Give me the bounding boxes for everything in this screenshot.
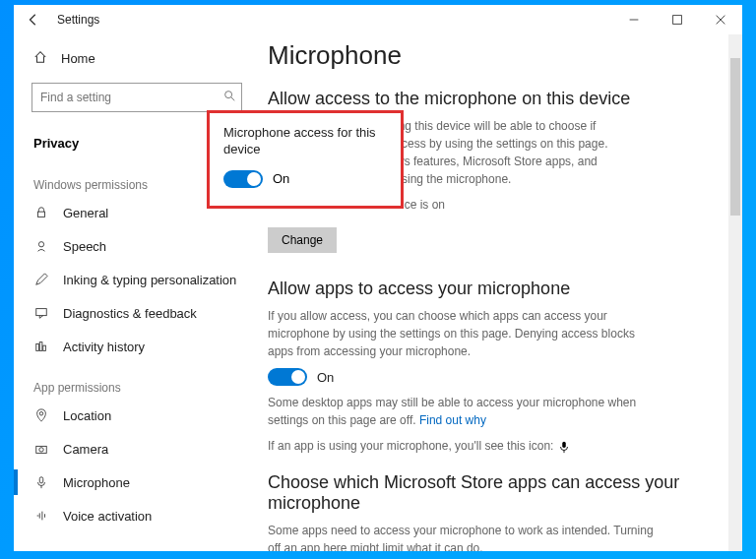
sidebar-item-diagnostics[interactable]: Diagnostics & feedback (14, 296, 260, 330)
window-title: Settings (57, 13, 99, 27)
sidebar-item-voice[interactable]: Voice activation (14, 499, 260, 532)
section-choose-apps: Choose which Microsoft Store apps can ac… (268, 472, 715, 514)
microphone-icon (33, 474, 49, 490)
lock-icon (33, 205, 49, 220)
sidebar-item-label: Activity history (63, 340, 145, 354)
sidebar-search (32, 83, 242, 112)
apps-toggle-label: On (317, 370, 334, 385)
svg-point-1 (225, 92, 232, 98)
apps-toggle-row: On (268, 368, 715, 386)
settings-window: Settings Home Privacy Windows permission… (14, 5, 742, 551)
minimize-button[interactable] (612, 5, 656, 34)
section-allow-apps: Allow apps to access your microphone (268, 279, 715, 299)
svg-rect-0 (673, 16, 682, 25)
callout-highlight: Microphone access for this device On (207, 110, 404, 209)
svg-rect-4 (36, 309, 47, 316)
sidebar-item-location[interactable]: Location (14, 399, 260, 432)
device-status: vice is on (396, 196, 715, 214)
section-allow-device: Allow access to the microphone on this d… (268, 89, 715, 109)
sidebar-item-label: Diagnostics & feedback (63, 306, 197, 321)
svg-rect-5 (36, 343, 39, 350)
close-button[interactable] (699, 5, 742, 34)
speech-icon (33, 238, 49, 254)
svg-point-3 (38, 242, 43, 247)
maximize-icon (670, 13, 684, 27)
sidebar-item-label: Location (63, 408, 111, 423)
sidebar-home-label: Home (61, 51, 95, 66)
apps-toggle[interactable] (268, 368, 307, 386)
sidebar-item-label: General (63, 206, 108, 220)
maximize-button[interactable] (656, 5, 699, 34)
sidebar-item-speech[interactable]: Speech (14, 229, 260, 263)
back-button[interactable] (22, 8, 45, 31)
voice-icon (33, 508, 49, 524)
scrollbar-thumb[interactable] (730, 58, 740, 216)
feedback-icon (33, 305, 49, 321)
window-controls (612, 5, 742, 34)
sidebar-section-app: App permissions (14, 363, 260, 399)
device-desc: ing this device will be able to choose i… (396, 117, 715, 188)
device-toggle[interactable] (223, 170, 263, 188)
find-out-why-link[interactable]: Find out why (419, 413, 486, 427)
change-button[interactable]: Change (268, 227, 337, 253)
sidebar-item-camera[interactable]: Camera (14, 432, 260, 466)
pen-icon (33, 272, 49, 287)
svg-point-10 (39, 448, 43, 452)
sidebar-item-label: Inking & typing personalization (63, 273, 236, 287)
sidebar-item-activity[interactable]: Activity history (14, 330, 260, 363)
scrollbar[interactable] (728, 34, 742, 551)
sidebar-home[interactable]: Home (14, 42, 260, 75)
svg-point-8 (39, 412, 43, 416)
sidebar-item-label: Microphone (63, 475, 130, 490)
titlebar: Settings (14, 5, 742, 34)
choose-desc: Some apps need to access your microphone… (268, 522, 662, 551)
sidebar-item-label: Speech (63, 239, 106, 254)
minimize-icon (627, 13, 641, 27)
sidebar-item-inking[interactable]: Inking & typing personalization (14, 263, 260, 296)
close-icon (714, 13, 727, 27)
page-title: Microphone (268, 40, 715, 71)
desktop-note: Some desktop apps may still be able to a… (268, 394, 662, 429)
home-icon (33, 50, 47, 67)
svg-rect-6 (39, 342, 42, 351)
sidebar-item-microphone[interactable]: Microphone (14, 466, 260, 499)
sidebar-item-label: Camera (63, 442, 108, 457)
location-icon (33, 407, 49, 423)
callout-toggle-row: On (223, 170, 387, 188)
history-icon (33, 339, 49, 354)
search-input[interactable] (32, 83, 242, 112)
arrow-left-icon (27, 13, 40, 27)
svg-rect-7 (43, 345, 46, 350)
sidebar-item-label: Voice activation (63, 509, 152, 524)
mic-indicator-icon (557, 439, 571, 453)
device-toggle-label: On (273, 171, 289, 186)
search-icon[interactable] (222, 89, 236, 106)
camera-icon (33, 441, 49, 457)
svg-rect-11 (39, 477, 43, 483)
usage-note: If an app is using your microphone, you'… (268, 437, 662, 455)
callout-title: Microphone access for this device (223, 125, 387, 158)
svg-rect-2 (38, 212, 45, 217)
apps-desc: If you allow access, you can choose whic… (268, 307, 662, 360)
svg-rect-12 (562, 442, 566, 448)
